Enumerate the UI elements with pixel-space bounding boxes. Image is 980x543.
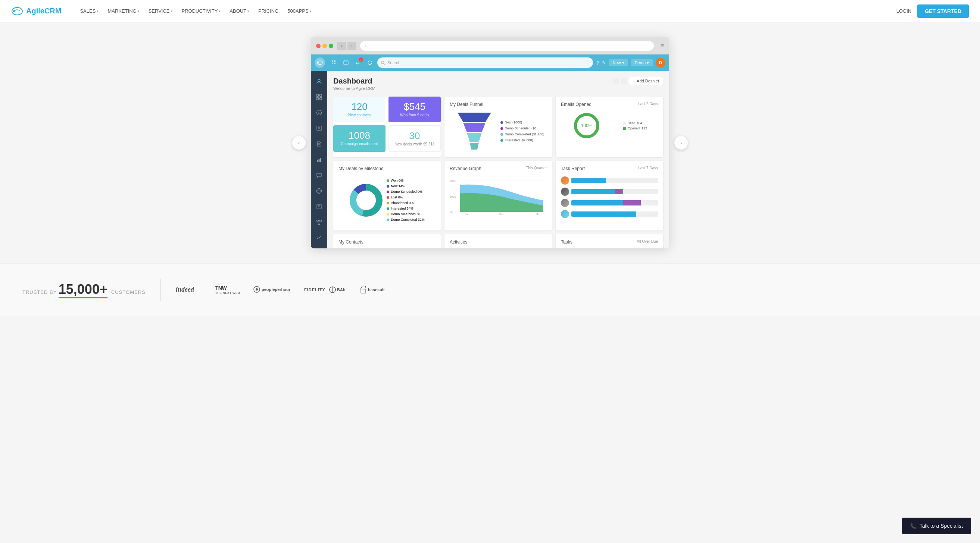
- svg-rect-5: [334, 60, 336, 62]
- top-navigation: AgileCRM SALES▾ MARKETING▾ SERVICE▾ PROD…: [0, 0, 980, 22]
- browser-forward-button[interactable]: ›: [347, 42, 356, 50]
- page-header: Dashboard Welcome to Agile CRM +: [333, 77, 663, 90]
- svg-marker-42: [467, 133, 482, 142]
- funnel-legend-scheduled: Demo Scheduled ($0): [500, 126, 544, 130]
- scroll-left-arrow[interactable]: ‹: [292, 136, 305, 149]
- sidebar-item-tasks[interactable]: [312, 122, 326, 135]
- calendar-icon[interactable]: [342, 58, 350, 67]
- refresh-icon[interactable]: [365, 58, 374, 67]
- task-avatar-3: [561, 199, 569, 207]
- nav-pricing[interactable]: PRICING: [255, 5, 282, 17]
- svg-rect-22: [317, 126, 321, 130]
- bottom-section: TRUSTED BY 15,000+ CUSTOMERS indeed TNW …: [0, 263, 980, 316]
- campaign-number: 1008: [339, 130, 380, 140]
- maximize-dot[interactable]: [329, 44, 333, 48]
- revenue-dashlet: Revenue Graph This Quarter 200k 100k 0k: [444, 161, 552, 230]
- nav-500apps[interactable]: 500APPS▾: [284, 5, 315, 17]
- crm-search-bar[interactable]: Search: [377, 57, 593, 68]
- trusted-by-text: TRUSTED BY 15,000+ CUSTOMERS: [22, 281, 146, 298]
- funnel-legend-interested: Interested ($2,000): [500, 138, 544, 142]
- contacts-icon[interactable]: [329, 58, 339, 67]
- nav-sales[interactable]: SALES▾: [76, 5, 102, 17]
- task-bar-3: [571, 200, 658, 205]
- svg-marker-40: [458, 113, 491, 122]
- svg-point-38: [318, 223, 320, 225]
- svg-text:200k: 200k: [450, 179, 456, 183]
- sidebar-item-analytics[interactable]: [312, 231, 326, 245]
- sidebar-item-documents[interactable]: [312, 137, 326, 151]
- search-icon: [381, 61, 385, 65]
- page-title: Dashboard: [333, 77, 375, 86]
- svg-text:BANK: BANK: [337, 287, 345, 292]
- nav-productivity[interactable]: PRODUCTIVITY▾: [178, 5, 225, 17]
- revenue-period: This Quarter: [526, 166, 547, 170]
- sidebar-item-web[interactable]: [312, 184, 326, 198]
- svg-rect-19: [320, 98, 322, 100]
- milestone-chart: Won 0% New 14% Demo Scheduled 0% Lost 0%…: [339, 175, 436, 225]
- add-dashlet-button[interactable]: + Add Dashlet: [629, 77, 663, 85]
- nav-marketing[interactable]: MARKETING▾: [104, 5, 143, 17]
- notifications-icon[interactable]: 7: [353, 58, 363, 67]
- close-dot[interactable]: [316, 44, 321, 48]
- sidebar-item-contacts[interactable]: [312, 75, 326, 88]
- svg-text:100k: 100k: [450, 195, 456, 198]
- svg-line-14: [384, 64, 385, 65]
- task-bar-1: [571, 178, 658, 183]
- nav-about[interactable]: ABOUT▾: [226, 5, 253, 17]
- emails-period: Last 2 Days: [638, 102, 658, 106]
- browser-nav-buttons: ‹ ›: [337, 42, 356, 50]
- browser-url-bar[interactable]: ↻: [360, 41, 654, 51]
- login-link[interactable]: LOGIN: [896, 8, 912, 14]
- task-report-bars: [561, 175, 658, 218]
- task-bar-2: [571, 189, 658, 194]
- funnel-legend-completed: Demo Completed ($1,200): [500, 132, 544, 136]
- crm-application: 7 Searc: [311, 54, 669, 248]
- sidebar-item-messages[interactable]: [312, 168, 326, 182]
- new-deals-number: 30: [394, 131, 435, 141]
- dashlet-icon-1[interactable]: [613, 78, 619, 84]
- revenue-chart: 200k 100k 0k: [450, 175, 547, 221]
- sidebar-item-revenue[interactable]: $: [312, 106, 326, 119]
- edit-icon[interactable]: ✎: [602, 60, 606, 66]
- dashlet-icon-2[interactable]: [620, 78, 627, 84]
- svg-point-36: [317, 220, 319, 222]
- sidebar-item-reports[interactable]: [312, 153, 326, 166]
- logo-icon: [11, 5, 23, 17]
- milestone-pie: [349, 184, 383, 217]
- browser-back-button[interactable]: ‹: [337, 42, 346, 50]
- svg-point-63: [256, 288, 258, 291]
- sidebar-item-deals[interactable]: [312, 90, 326, 104]
- trusted-suffix: CUSTOMERS: [111, 289, 146, 295]
- svg-marker-69: [361, 286, 366, 289]
- peopleperhour-logo: peopleperhour: [253, 285, 291, 295]
- nav-links: SALES▾ MARKETING▾ SERVICE▾ PRODUCTIVITY▾…: [76, 5, 896, 17]
- sidebar-item-integrations[interactable]: [312, 216, 326, 229]
- task-bar-4: [571, 211, 658, 217]
- get-started-button[interactable]: GET STARTED: [917, 5, 969, 18]
- funnel-legend: New ($600) Demo Scheduled ($0): [500, 121, 544, 142]
- svg-rect-27: [317, 160, 318, 162]
- contacts-dashlet: My Contacts DI Dion Other Signup: [333, 234, 441, 248]
- user-avatar[interactable]: D: [656, 58, 665, 68]
- emails-legend: Sent: 104 Opened: 112: [623, 121, 647, 130]
- browser-menu-icon[interactable]: ≡: [660, 43, 664, 49]
- dashboard-grid-row1: 120 New contacts $545 Won from 9 deals 1…: [333, 97, 663, 157]
- indeed-logo: indeed: [176, 285, 202, 295]
- trusted-prefix: TRUSTED BY: [22, 289, 57, 295]
- crm-logo[interactable]: [315, 57, 325, 68]
- minimize-dot[interactable]: [323, 44, 327, 48]
- help-icon[interactable]: ?: [596, 60, 598, 66]
- task-report-period: Last 7 Days: [638, 166, 658, 170]
- nav-service[interactable]: SERVICE▾: [145, 5, 177, 17]
- user-menu-button[interactable]: Demo ▾: [631, 59, 653, 67]
- page-subtitle: Welcome to Agile CRM: [333, 86, 375, 90]
- logo[interactable]: AgileCRM: [11, 5, 61, 17]
- sidebar-item-forms[interactable]: [312, 200, 326, 213]
- tasks-period: All Over Due: [637, 240, 658, 243]
- trusted-count: 15,000+: [59, 281, 111, 297]
- new-button[interactable]: New ▾: [609, 59, 628, 67]
- emails-chart: 100% Sent: 104: [561, 111, 658, 141]
- scroll-right-arrow[interactable]: ›: [675, 136, 688, 149]
- dashboard-grid-row2: My Deals by Milestone: [333, 161, 663, 230]
- browser-chrome: ‹ › ↻ ≡: [311, 37, 669, 54]
